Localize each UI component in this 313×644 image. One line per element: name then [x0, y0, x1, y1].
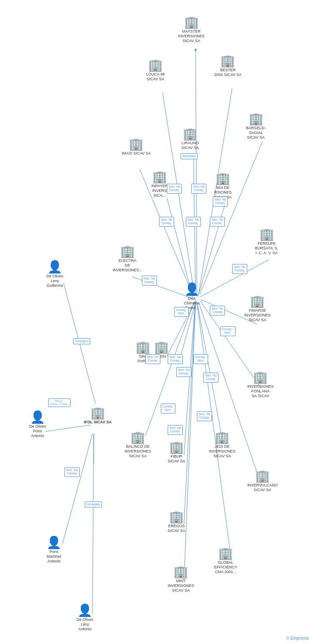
svg-line-3 — [200, 142, 262, 294]
badge-secr-row2a[interactable]: Secr. NoConsej. — [159, 217, 174, 227]
badge-consej-secr2[interactable]: Consej. ,Secr. — [220, 326, 236, 336]
svg-line-24 — [62, 434, 92, 544]
node-ifol[interactable]: 🏢 IFOL SICAV SA — [84, 407, 112, 425]
label-de-olives-levy-antonio: De OlivesLevyAntonio — [77, 617, 93, 631]
badge-secretario[interactable]: Secretario — [181, 153, 198, 159]
badge-secr-fibur[interactable]: Secr. NoConsej. — [168, 425, 183, 435]
building-icon-eregos: 🏢 — [169, 511, 184, 523]
label-fibur: FIBURSICAV SA — [168, 454, 185, 464]
badge-consejero-pons[interactable]: Consejero — [85, 501, 102, 507]
node-inversiones-fonlana[interactable]: 🏢 INVERSIONESFONLANASA SICAV — [247, 371, 274, 398]
node-eregos[interactable]: 🏢 EREGOSSICAV SA — [168, 511, 185, 533]
svg-line-16 — [197, 301, 223, 442]
building-icon-global: 🏢 — [218, 547, 233, 559]
badge-secr-row3b[interactable]: Secr. NoConsej. — [203, 373, 218, 383]
building-icon-electra: 🏢 — [120, 246, 135, 258]
svg-line-7 — [198, 202, 226, 297]
node-diaz-chimeno[interactable]: 👤 DiazChimenoPedro... — [184, 283, 199, 310]
node-imasi[interactable]: 🏢 IMASI SICAV SA — [122, 138, 151, 156]
building-icon-ferelen: 🏢 — [259, 228, 274, 240]
node-mayster[interactable]: 🏢 MAYSTER INVERSIONES SICAV SA — [174, 16, 209, 43]
node-pons-martinez[interactable]: 👤 PonsMartinezAntonio — [46, 537, 61, 563]
building-icon-balinco: 🏢 — [130, 431, 145, 444]
building-icon-fibur: 🏢 — [169, 441, 184, 453]
badge-secr-jedi[interactable]: Secr. NoConsej. — [197, 411, 212, 421]
node-ferelen[interactable]: 🏢 FERELENBURSATIL S.I. C. A. V. SA — [255, 228, 278, 255]
badge-secr-ifol[interactable]: Secr. NoConsej. — [64, 467, 80, 477]
label-balinco: BALINCO DEINVERSIONESSICAV SA — [125, 444, 151, 458]
label-de-olives-pons: De OlivesPonsAntonio — [29, 424, 46, 438]
svg-line-4 — [193, 159, 196, 296]
label-global: GLOBALEFFICIENCYCMA 2001... — [214, 560, 237, 574]
svg-line-18 — [184, 302, 195, 524]
node-fimarse[interactable]: 🏢 FIMARSEINVERSIONESSICAV SA — [244, 295, 271, 322]
badge-secr-lirauno[interactable]: Secr. NoConsej. — [191, 184, 206, 194]
node-de-olives-levy-antonio[interactable]: 👤 De OlivesLevyAntonio — [77, 605, 93, 631]
svg-line-15 — [184, 301, 195, 455]
node-mint[interactable]: 🏢 MINTINVERSIONESSICAV SA — [168, 566, 194, 592]
building-icon-invervulcano: 🏢 — [255, 470, 270, 482]
badge-consej-fimarse[interactable]: Consej.,Secr. — [174, 307, 189, 317]
node-louca98[interactable]: 🏢 LOUCA 98SICAV SA — [146, 59, 165, 82]
node-invervulcano[interactable]: 🏢 INVERVULCANOSICAV SA — [247, 470, 278, 492]
badge-secr-mia[interactable]: Secr. NoConsej. — [213, 197, 228, 207]
badge-secr-inpayer[interactable]: Secr. NoConsej. — [167, 184, 182, 194]
badge-secr-fimarse1[interactable]: Secr. No-Consej. — [210, 306, 225, 316]
badge-presid-consej[interactable]: Presid. ,Consej..Consej.. — [48, 398, 71, 407]
node-inpayer[interactable]: 🏢 INPAYERINVERSSICA... — [151, 171, 168, 197]
label-ifol: IFOL SICAV SA — [84, 420, 112, 425]
svg-line-8 — [132, 277, 193, 298]
node-electra[interactable]: 🏢 ELECTRADEINVERSIONES... — [113, 246, 142, 272]
node-bester[interactable]: 🏢 BESTERZINS SICAV SA — [214, 55, 242, 77]
building-icon-bargeld: 🏢 — [249, 113, 264, 125]
label-fimarse: FIMARSEINVERSIONESSICAV SA — [244, 308, 271, 322]
building-icon-mayster: 🏢 — [184, 16, 199, 28]
badge-consejero-guillermo[interactable]: Consejero — [73, 338, 90, 344]
person-icon-guillermo: 👤 — [47, 261, 62, 273]
label-eregos: EREGOSSICAV SA — [168, 524, 185, 533]
label-lirauno: LIRAUNOSICAV SA — [181, 141, 199, 150]
svg-line-20 — [184, 302, 196, 580]
building-icon-fonlana: 🏢 — [253, 371, 268, 383]
person-icon-pons: 👤 — [30, 411, 45, 423]
building-icon-imasi: 🏢 — [129, 138, 144, 150]
badge-secr-electra[interactable]: Secr. NoConsej. — [142, 276, 157, 286]
building-icon-lion: 🏢 — [154, 341, 169, 353]
person-icon-diaz: 👤 — [184, 283, 199, 295]
badge-secr-row2b[interactable]: Secr. NoConsej. — [186, 217, 201, 227]
building-icon-mia: 🏢 — [215, 173, 230, 185]
label-jedi: JEDI DEINVERSIONESSICAV SA — [209, 444, 236, 458]
node-de-olives-pons[interactable]: 👤 De OlivesPonsAntonio — [29, 411, 46, 438]
label-ferelen: FERELENBURSATIL S.I. C. A. V. SA — [255, 241, 278, 255]
copyright-label: © Empresia — [286, 636, 309, 641]
badge-consej-secr-fibur[interactable]: Consej.,Secr. — [161, 404, 175, 413]
node-fibur[interactable]: 🏢 FIBURSICAV SA — [168, 441, 185, 464]
node-de-olives-guillermo[interactable]: 👤 De OlivesLevyGuillermo — [46, 261, 63, 288]
badge-secr-row3a[interactable]: Secr. NoConsej. — [176, 367, 191, 377]
svg-line-25 — [92, 434, 94, 614]
badge-secr-ferelen[interactable]: Secr. NoConsej. — [232, 264, 247, 274]
label-electra: ELECTRADEINVERSIONES... — [113, 258, 142, 272]
badge-secr-simi[interactable]: Secr. NoConsej. — [145, 354, 160, 364]
node-jedi[interactable]: 🏢 JEDI DEINVERSIONESSICAV SA — [209, 431, 236, 458]
node-mia[interactable]: 🏢 MIA DERSIONESSICAV SA — [214, 173, 232, 199]
label-pons-martinez: PonsMartinezAntonio — [46, 550, 61, 563]
building-icon-jedi: 🏢 — [215, 431, 230, 444]
building-icon-ifol: 🏢 — [90, 407, 105, 419]
graph-canvas: 🏢 MAYSTER INVERSIONES SICAV SA 🏢 LOUCA 9… — [0, 0, 313, 644]
building-icon-louca98: 🏢 — [148, 59, 163, 71]
badge-consej-lion[interactable]: Consej.,Secr. — [193, 354, 208, 364]
svg-line-22 — [45, 425, 90, 431]
label-inpayer: INPAYERINVERSSICA... — [151, 184, 168, 197]
node-global-efficiency[interactable]: 🏢 GLOBALEFFICIENCYCMA 2001... — [214, 547, 237, 574]
building-icon-mint: 🏢 — [173, 566, 188, 578]
node-lirauno[interactable]: 🏢 LIRAUNOSICAV SA — [181, 128, 199, 150]
node-balinco[interactable]: 🏢 BALINCO DEINVERSIONESSICAV SA — [125, 431, 151, 458]
badge-secr-lion[interactable]: Secr. NoConsej. — [168, 354, 183, 364]
label-fonlana: INVERSIONESFONLANASA SICAV — [247, 384, 274, 398]
label-de-olives-guillermo: De OlivesLevyGuillermo — [46, 274, 63, 288]
building-icon-inpayer: 🏢 — [152, 171, 167, 183]
badge-secr-row2c[interactable]: Secr. NoConsej. — [210, 217, 225, 227]
label-mayster: MAYSTER INVERSIONES SICAV SA — [174, 29, 209, 43]
node-bargeld[interactable]: 🏢 BARGELD-SAGIALSICAV SA — [246, 113, 266, 140]
